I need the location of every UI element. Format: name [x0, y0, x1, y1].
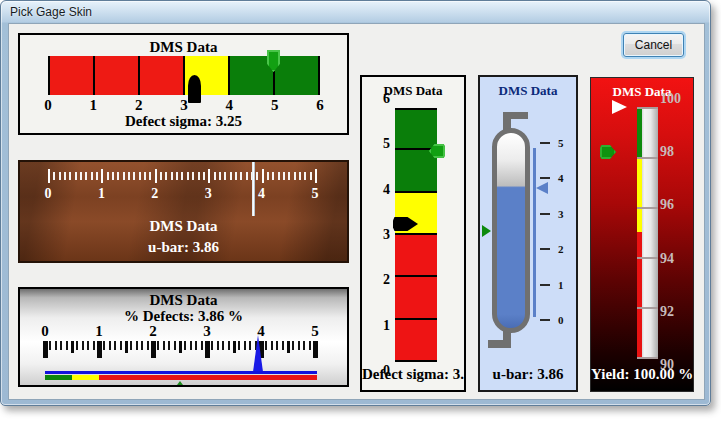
target-marker — [600, 145, 616, 159]
baseline — [45, 371, 317, 374]
scale-labels: 0123456 — [48, 97, 320, 114]
scale-labels: 543210 — [540, 143, 570, 320]
gauge-skin-thermometer[interactable]: DMS Data 543210 u-bar: 3.86 — [478, 75, 578, 392]
target-marker — [174, 381, 186, 387]
value-arrow-icon — [536, 182, 548, 194]
gauge-title: DMS Data — [362, 83, 464, 99]
gauge-caption: u-bar: 3.86 — [20, 239, 347, 256]
pick-gage-skin-dialog: Pick Gage Skin DMS Data 0123456 Defect s… — [0, 0, 721, 423]
zone-bar-separators — [395, 108, 437, 362]
cancel-button[interactable]: Cancel — [623, 33, 684, 57]
ruler-major-ticks — [48, 169, 317, 183]
title-bar[interactable]: Pick Gage Skin — [1, 1, 710, 23]
tank-vessel — [492, 128, 530, 333]
gauge-caption: Defect sigma: 3.25 — [362, 366, 464, 383]
scale-labels: 012345 — [48, 186, 315, 202]
gauge-skin-vertical-bar[interactable]: DMS Data 6543210 Defect sigma: 3.25 — [360, 75, 466, 392]
gauge-title: DMS Data — [20, 292, 347, 309]
window-title: Pick Gage Skin — [10, 5, 92, 19]
gauge-caption: Defect sigma: 3.25 — [20, 113, 347, 130]
scale-labels: 6543210 — [366, 99, 390, 371]
gauge-skin-ruler[interactable]: 012345 DMS Data u-bar: 3.86 — [18, 160, 349, 263]
gauge-caption: Yield: 100.00 % — [591, 366, 693, 383]
tank-bottom-pipe — [488, 340, 511, 348]
gauge-caption: u-bar: 3.86 — [480, 366, 576, 383]
scale-spine — [533, 148, 536, 317]
target-arrow-icon — [482, 225, 491, 237]
scale-labels: 1009896949290 — [660, 99, 692, 365]
gauge-title: DMS Data — [20, 39, 347, 56]
gauge-title: DMS Data — [20, 218, 347, 235]
scale-labels: 012345 — [45, 323, 315, 340]
zone-strip — [45, 375, 317, 380]
gauge-title: DMS Data — [480, 83, 576, 99]
tick-lines — [637, 107, 658, 359]
gauge-skin-meter[interactable]: DMS Data % Defects: 3.86 % 012345 — [18, 287, 349, 387]
gauge-skin-horizontal-bar[interactable]: DMS Data 0123456 Defect sigma: 3.25 — [18, 33, 349, 135]
value-arrow-icon — [612, 100, 627, 114]
meter-major-ticks — [43, 341, 318, 358]
gauge-skin-yield[interactable]: DMS Data 1009896949290 Yield: 100.00 % — [590, 77, 694, 392]
